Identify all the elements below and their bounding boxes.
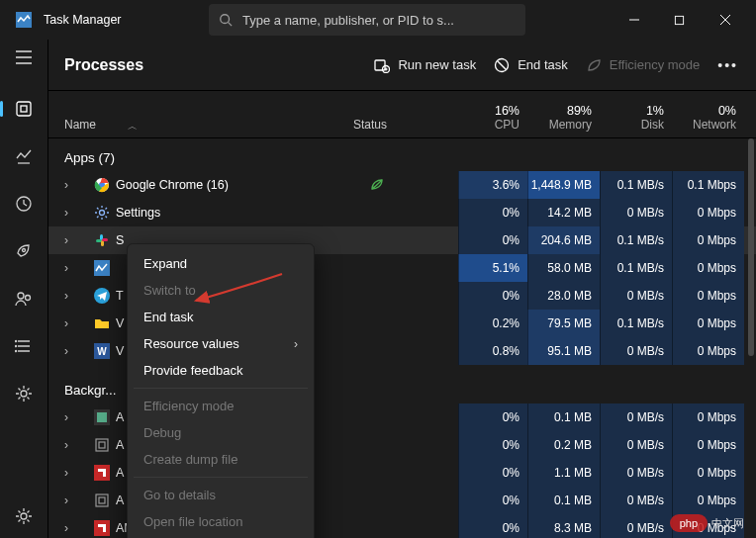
page-title: Processes xyxy=(64,56,143,74)
svg-rect-10 xyxy=(17,102,31,116)
nav-startup-apps[interactable] xyxy=(14,241,34,261)
expand-chevron-icon[interactable]: › xyxy=(64,206,80,220)
cm-provide-feedback[interactable]: Provide feedback xyxy=(128,357,314,384)
process-row[interactable]: › Google Chrome (16) 3.6% 1,448.9 MB 0.1… xyxy=(48,171,756,199)
disk-cell: 0 MB/s xyxy=(600,404,672,431)
cpu-cell: 0% xyxy=(458,199,527,226)
memory-cell: 204.6 MB xyxy=(527,226,600,254)
col-cpu[interactable]: 16%CPU xyxy=(458,104,527,137)
disk-cell: 0 MB/s xyxy=(600,199,672,226)
close-button[interactable] xyxy=(703,4,748,36)
overflow-menu[interactable]: ••• xyxy=(717,57,738,73)
search-placeholder: Type a name, publisher, or PID to s... xyxy=(242,13,454,28)
expand-chevron-icon[interactable]: › xyxy=(64,410,80,424)
cm-create-dump: Create dump file xyxy=(128,446,314,473)
run-task-icon xyxy=(374,57,390,73)
svg-point-20 xyxy=(16,346,17,347)
cpu-cell: 0% xyxy=(458,459,527,487)
expand-chevron-icon[interactable]: › xyxy=(64,493,80,507)
svg-point-14 xyxy=(18,293,24,299)
cm-efficiency-mode: Efficiency mode xyxy=(128,393,314,419)
expand-chevron-icon[interactable]: › xyxy=(64,178,80,192)
memory-cell: 0.1 MB xyxy=(527,404,600,431)
nav-details[interactable] xyxy=(14,336,34,356)
app-icon: W xyxy=(94,343,110,359)
memory-cell: 1,448.9 MB xyxy=(527,171,600,199)
col-status[interactable]: Status xyxy=(349,118,458,137)
memory-cell: 58.0 MB xyxy=(527,254,600,282)
search-box[interactable]: Type a name, publisher, or PID to s... xyxy=(209,4,525,36)
group-apps[interactable]: Apps (7) xyxy=(48,138,756,171)
col-disk[interactable]: 1%Disk xyxy=(600,104,672,137)
expand-chevron-icon[interactable]: › xyxy=(64,316,80,330)
watermark: php中文网 xyxy=(670,514,744,532)
expand-chevron-icon[interactable]: › xyxy=(64,233,80,247)
efficiency-mode-label: Efficiency mode xyxy=(610,57,701,72)
app-icon xyxy=(94,315,110,331)
maximize-button[interactable] xyxy=(657,4,703,36)
svg-rect-24 xyxy=(375,60,385,70)
nav-services[interactable] xyxy=(14,384,34,404)
memory-cell: 28.0 MB xyxy=(527,282,600,310)
app-icon xyxy=(16,12,32,28)
sort-chevron-icon: ︿ xyxy=(128,120,138,134)
nav-users[interactable] xyxy=(14,289,34,309)
leaf-icon xyxy=(586,57,602,73)
window-controls xyxy=(612,4,748,36)
app-icon xyxy=(94,437,110,453)
process-name: Settings xyxy=(116,206,369,220)
app-icon xyxy=(94,288,110,304)
efficiency-leaf-icon xyxy=(369,177,385,193)
nav-processes[interactable] xyxy=(14,99,34,119)
app-title: Task Manager xyxy=(44,13,122,27)
network-cell: 0 Mbps xyxy=(672,226,744,254)
svg-line-29 xyxy=(498,60,507,69)
page-header: Processes Run new task End task Efficien… xyxy=(48,40,756,91)
col-memory[interactable]: 89%Memory xyxy=(527,104,600,137)
cm-go-to-details: Go to details xyxy=(128,482,314,508)
disk-cell: 0 MB/s xyxy=(600,282,672,310)
expand-chevron-icon[interactable]: › xyxy=(64,289,80,303)
hamburger-icon[interactable] xyxy=(14,47,34,67)
nav-app-history[interactable] xyxy=(14,194,34,214)
col-network[interactable]: 0%Network xyxy=(672,104,744,137)
svg-line-2 xyxy=(229,23,233,27)
app-icon xyxy=(94,177,110,193)
memory-cell: 0.2 MB xyxy=(527,431,600,459)
search-icon xyxy=(219,13,233,27)
scrollbar[interactable] xyxy=(748,138,754,356)
minimize-button[interactable] xyxy=(612,4,657,36)
network-cell: 0 Mbps xyxy=(672,337,744,365)
svg-point-19 xyxy=(16,341,17,342)
expand-chevron-icon[interactable]: › xyxy=(64,466,80,480)
disk-cell: 0 MB/s xyxy=(600,459,672,487)
disk-cell: 0 MB/s xyxy=(600,431,672,459)
expand-chevron-icon[interactable]: › xyxy=(64,521,80,535)
svg-rect-44 xyxy=(99,442,105,448)
svg-rect-4 xyxy=(676,16,684,24)
app-icon xyxy=(94,205,110,221)
nav-performance[interactable] xyxy=(14,146,34,166)
network-cell: 0 Mbps xyxy=(672,310,744,337)
svg-point-13 xyxy=(23,249,26,252)
expand-chevron-icon[interactable]: › xyxy=(64,438,80,452)
memory-cell: 0.1 MB xyxy=(527,487,600,514)
svg-rect-45 xyxy=(94,465,110,481)
network-cell: 0 Mbps xyxy=(672,431,744,459)
process-row[interactable]: › Settings 0% 14.2 MB 0 MB/s 0 Mbps xyxy=(48,199,756,226)
end-task-label: End task xyxy=(518,57,568,72)
nav-settings[interactable] xyxy=(14,506,34,526)
expand-chevron-icon[interactable]: › xyxy=(64,344,80,358)
cpu-cell: 0% xyxy=(458,282,527,310)
titlebar: Task Manager Type a name, publisher, or … xyxy=(0,0,756,40)
col-name[interactable]: ︿Name xyxy=(48,118,349,137)
cm-resource-values[interactable]: Resource values› xyxy=(128,330,314,357)
disk-cell: 0.1 MB/s xyxy=(600,226,672,254)
svg-rect-47 xyxy=(99,497,105,503)
end-task-button[interactable]: End task xyxy=(494,57,568,73)
run-new-task-button[interactable]: Run new task xyxy=(374,57,476,73)
network-cell: 0 Mbps xyxy=(672,404,744,431)
cm-separator xyxy=(134,477,308,478)
disk-cell: 0 MB/s xyxy=(600,337,672,365)
expand-chevron-icon[interactable]: › xyxy=(64,261,80,275)
